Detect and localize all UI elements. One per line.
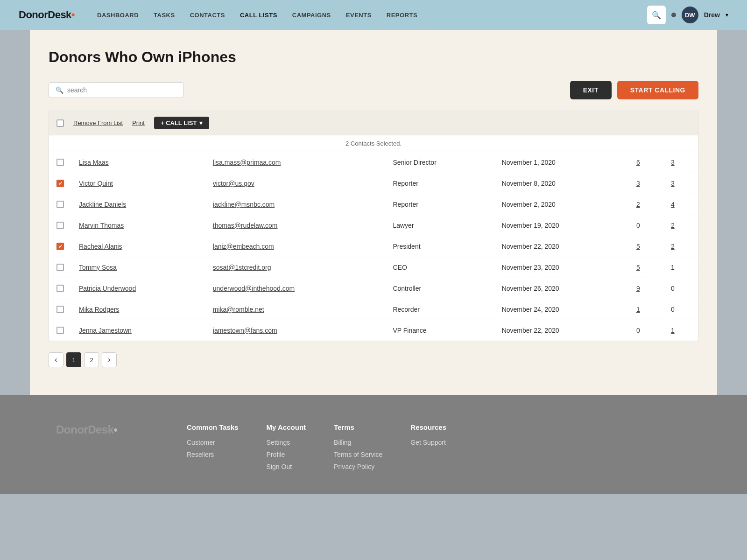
- nav-dashboard[interactable]: DASHBOARD: [97, 12, 139, 19]
- contact-num2-link[interactable]: 1: [671, 327, 675, 334]
- contact-num2-link[interactable]: 2: [671, 222, 675, 229]
- contact-num1-link[interactable]: 5: [636, 243, 640, 250]
- contact-email[interactable]: thomas@rudelaw.com: [213, 222, 278, 229]
- contact-num2-link[interactable]: 3: [671, 159, 675, 166]
- nav-events[interactable]: EVENTS: [346, 12, 372, 19]
- contact-name[interactable]: Marvin Thomas: [79, 222, 124, 229]
- avatar: DW: [682, 7, 698, 23]
- contact-name[interactable]: Tommy Sosa: [79, 264, 117, 271]
- navbar: DonorDesk• DASHBOARD TASKS CONTACTS CALL…: [0, 0, 747, 30]
- nav-call-lists[interactable]: CALL LISTS: [240, 12, 277, 19]
- selected-info: 2 Contacts Selected.: [49, 135, 698, 152]
- contact-date: November 26, 2020: [494, 278, 629, 299]
- row-checkbox[interactable]: [56, 264, 64, 271]
- table-row: Racheal Alanis laniz@embeach.com Preside…: [49, 236, 698, 257]
- contact-email[interactable]: jackline@msnbc.com: [213, 201, 275, 208]
- contact-email[interactable]: laniz@embeach.com: [213, 243, 274, 250]
- brand-dot: •: [71, 9, 75, 21]
- contact-num1-link[interactable]: 9: [636, 285, 640, 292]
- remove-from-list-link[interactable]: Remove From List: [73, 119, 123, 126]
- user-chevron-icon[interactable]: ▾: [726, 12, 728, 18]
- row-checkbox[interactable]: [56, 306, 64, 313]
- nav-tasks[interactable]: TASKS: [154, 12, 175, 19]
- contact-email[interactable]: jamestown@fans.com: [213, 327, 277, 334]
- footer-link-customer[interactable]: Customer: [187, 439, 239, 446]
- footer-col-common-tasks: Common Tasks Customer Resellers: [187, 423, 239, 475]
- action-buttons: EXIT START CALLING: [570, 81, 698, 99]
- footer-link-get-support[interactable]: Get Support: [410, 439, 446, 446]
- contact-email[interactable]: mika@romble.net: [213, 306, 264, 313]
- contact-role: Senior Director: [385, 152, 494, 173]
- contact-name[interactable]: Victor Quint: [79, 180, 113, 187]
- contact-num1-link[interactable]: 6: [636, 159, 640, 166]
- add-call-list-button[interactable]: + CALL LIST ▾: [154, 117, 209, 129]
- footer-link-privacy-policy[interactable]: Privacy Policy: [334, 463, 382, 470]
- row-checkbox[interactable]: [56, 159, 64, 166]
- footer-link-billing[interactable]: Billing: [334, 439, 382, 446]
- footer-brand-dot: •: [114, 423, 118, 436]
- footer-brand: DonorDesk•: [56, 423, 149, 436]
- contact-email[interactable]: underwood@inthehood.com: [213, 285, 295, 292]
- row-checkbox[interactable]: [56, 180, 64, 187]
- contact-name[interactable]: Racheal Alanis: [79, 243, 122, 250]
- page-1-button[interactable]: 1: [66, 352, 81, 367]
- footer-col-terms: Terms Billing Terms of Service Privacy P…: [334, 423, 382, 475]
- row-checkbox[interactable]: [56, 201, 64, 208]
- contact-email[interactable]: sosat@1stcredit.org: [213, 264, 271, 271]
- footer-link-settings[interactable]: Settings: [267, 439, 306, 446]
- row-checkbox[interactable]: [56, 327, 64, 334]
- contact-num1-link[interactable]: 1: [636, 306, 640, 313]
- table-row: Patricia Underwood underwood@inthehood.c…: [49, 278, 698, 299]
- contact-num2-link[interactable]: 3: [671, 180, 675, 187]
- contact-name[interactable]: Mika Rodgers: [79, 306, 119, 313]
- contact-num1-link[interactable]: 5: [636, 264, 640, 271]
- nav-reports[interactable]: REPORTS: [387, 12, 417, 19]
- contact-role: CEO: [385, 257, 494, 278]
- search-input[interactable]: [67, 86, 177, 94]
- contact-name[interactable]: Patricia Underwood: [79, 285, 136, 292]
- contact-name[interactable]: Jackline Daniels: [79, 201, 126, 208]
- footer: DonorDesk• Common Tasks Customer Reselle…: [0, 395, 747, 494]
- row-checkbox[interactable]: [56, 243, 64, 250]
- nav-search-button[interactable]: 🔍: [647, 6, 666, 24]
- table-row: Mika Rodgers mika@romble.net Recorder No…: [49, 299, 698, 320]
- page-2-button[interactable]: 2: [84, 352, 99, 367]
- contact-name[interactable]: Jenna Jamestown: [79, 327, 132, 334]
- contacts-table: Lisa Maas lisa.mass@primaa.com Senior Di…: [49, 152, 698, 341]
- footer-link-terms-of-service[interactable]: Terms of Service: [334, 451, 382, 458]
- footer-link-profile[interactable]: Profile: [267, 451, 306, 458]
- contact-email[interactable]: lisa.mass@primaa.com: [213, 159, 281, 166]
- select-all-checkbox[interactable]: [56, 119, 64, 127]
- footer-inner: DonorDesk• Common Tasks Customer Reselle…: [56, 423, 691, 475]
- nav-campaigns[interactable]: CAMPAIGNS: [292, 12, 331, 19]
- footer-link-resellers[interactable]: Resellers: [187, 451, 239, 458]
- contact-num2-link[interactable]: 2: [671, 243, 675, 250]
- table-row: Lisa Maas lisa.mass@primaa.com Senior Di…: [49, 152, 698, 173]
- contact-name[interactable]: Lisa Maas: [79, 159, 109, 166]
- user-menu[interactable]: Drew: [704, 11, 720, 19]
- contact-role: Controller: [385, 278, 494, 299]
- contact-num1-link[interactable]: 3: [636, 180, 640, 187]
- print-link[interactable]: Print: [132, 119, 145, 126]
- search-box: 🔍: [49, 82, 184, 98]
- contact-email[interactable]: victor@us.gov: [213, 180, 254, 187]
- start-calling-button[interactable]: START CALLING: [617, 81, 698, 99]
- exit-button[interactable]: EXIT: [570, 81, 612, 99]
- user-status-dot: [671, 13, 676, 17]
- row-checkbox[interactable]: [56, 285, 64, 292]
- footer-link-sign-out[interactable]: Sign Out: [267, 463, 306, 470]
- row-checkbox[interactable]: [56, 222, 64, 229]
- nav-contacts[interactable]: CONTACTS: [190, 12, 225, 19]
- next-page-button[interactable]: ›: [102, 352, 117, 367]
- contact-num2: 1: [671, 264, 675, 271]
- brand-logo[interactable]: DonorDesk•: [19, 9, 75, 21]
- dropdown-chevron-icon: ▾: [199, 119, 203, 126]
- contact-num1-link[interactable]: 2: [636, 201, 640, 208]
- prev-page-button[interactable]: ‹: [49, 352, 63, 367]
- contact-num2: 0: [671, 306, 675, 313]
- contact-num2-link[interactable]: 4: [671, 201, 675, 208]
- table-row: Jenna Jamestown jamestown@fans.com VP Fi…: [49, 320, 698, 341]
- toolbar: 🔍 EXIT START CALLING: [49, 81, 698, 99]
- table-row: Jackline Daniels jackline@msnbc.com Repo…: [49, 194, 698, 215]
- main-content: Donors Who Own iPhones 🔍 EXIT START CALL…: [30, 30, 717, 395]
